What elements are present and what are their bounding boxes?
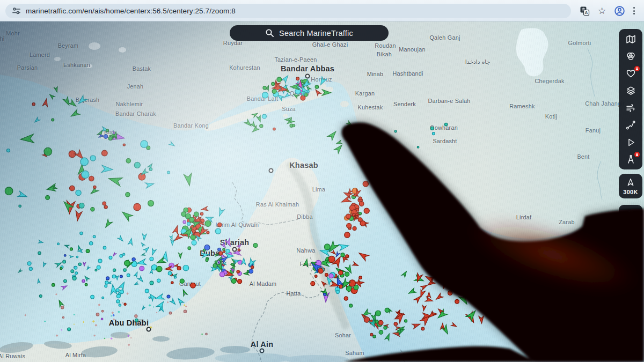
vessel-marker[interactable] [75,272,78,275]
vessel-marker[interactable] [76,256,78,258]
vessel-marker[interactable] [141,141,148,147]
vessel-marker[interactable] [218,248,221,251]
vessel-marker[interactable] [357,250,369,261]
vessel-marker[interactable] [52,283,55,286]
vessel-marker[interactable] [177,267,181,270]
vessel-marker[interactable] [183,265,189,271]
sidebar-tool-filters[interactable] [620,48,641,64]
vessel-marker[interactable] [86,267,90,270]
vessel-marker[interactable] [218,223,222,227]
vessel-marker[interactable] [116,294,120,298]
vessel-marker[interactable] [347,223,352,228]
menu-kebab-icon[interactable] [633,7,635,14]
vessel-count-panel[interactable]: 300K [619,174,642,198]
vessel-marker[interactable] [6,149,10,152]
vessel-marker[interactable] [251,266,253,269]
vessel-marker[interactable] [98,304,100,306]
vessel-marker[interactable] [345,272,349,276]
vessel-marker[interactable] [149,304,151,307]
vessel-marker[interactable] [111,315,112,317]
vessel-marker[interactable] [63,97,71,106]
vessel-marker[interactable] [118,311,120,313]
vessel-marker[interactable] [185,305,187,307]
vessel-marker[interactable] [231,279,236,284]
vessel-marker[interactable] [394,322,398,326]
sidebar-tool-layers[interactable] [620,83,641,99]
vessel-marker[interactable] [42,98,49,107]
vessel-marker[interactable] [149,297,151,299]
vessel-marker[interactable] [71,270,74,273]
vessel-marker[interactable] [141,253,145,256]
vessel-marker[interactable] [78,263,81,265]
vessel-marker[interactable] [57,243,60,245]
vessel-marker[interactable] [358,154,367,163]
vessel-marker[interactable] [19,205,21,207]
vessel-marker[interactable] [301,95,305,100]
vessel-marker[interactable] [18,269,22,273]
vessel-marker[interactable] [191,235,195,240]
vessel-marker[interactable] [18,191,28,199]
vessel-marker[interactable] [113,319,115,321]
vessel-marker[interactable] [292,124,295,127]
vessel-marker[interactable] [417,146,419,149]
vessel-marker[interactable] [74,314,75,315]
vessel-marker[interactable] [353,262,359,267]
vessel-marker[interactable] [349,280,355,286]
sidebar-tool-weather[interactable] [620,100,641,116]
vessel-marker[interactable] [79,203,84,208]
vessel-marker[interactable] [174,276,177,278]
vessel-marker[interactable] [375,320,378,323]
vessel-marker[interactable] [52,119,54,121]
vessel-marker[interactable] [135,315,137,317]
sidebar-tool-measure[interactable] [620,117,641,133]
vessel-marker[interactable] [77,245,81,250]
vessel-marker[interactable] [153,306,155,308]
vessel-marker[interactable] [145,181,155,188]
vessel-marker[interactable] [70,109,80,119]
vessel-marker[interactable] [149,168,152,171]
vessel-marker[interactable] [485,309,490,315]
vessel-marker[interactable] [231,263,234,266]
vessel-marker[interactable] [120,209,133,221]
vessel-marker[interactable] [364,208,369,213]
vessel-marker[interactable] [101,318,103,320]
vessel-marker[interactable] [141,324,142,326]
vessel-marker[interactable] [421,284,428,290]
vessel-marker[interactable] [238,249,240,251]
vessel-marker[interactable] [359,197,362,200]
vessel-marker[interactable] [38,252,41,254]
vessel-marker[interactable] [364,152,371,159]
vessel-marker[interactable] [39,240,43,244]
vessel-marker[interactable] [130,337,132,339]
vessel-marker[interactable] [455,299,459,304]
vessel-marker[interactable] [260,124,263,128]
vessel-marker[interactable] [42,262,46,267]
vessel-marker[interactable] [64,244,69,248]
vessel-marker[interactable] [219,252,223,255]
vessel-marker[interactable] [141,306,145,311]
vessel-marker[interactable] [101,165,113,173]
infinity-panel[interactable]: ∞ [619,205,642,219]
vessel-marker[interactable] [39,295,42,298]
vessel-marker[interactable] [238,279,242,284]
vessel-marker[interactable] [116,289,119,292]
vessel-marker[interactable] [126,292,128,294]
vessel-marker[interactable] [119,304,121,306]
vessel-marker[interactable] [373,335,376,338]
vessel-marker[interactable] [120,255,122,257]
vessel-marker[interactable] [339,270,343,275]
vessel-marker[interactable] [138,276,144,283]
vessel-marker[interactable] [37,279,40,283]
vessel-marker[interactable] [112,275,115,278]
vessel-marker[interactable] [284,93,290,99]
vessel-marker[interactable] [165,266,172,271]
vessel-marker[interactable] [183,220,186,224]
vessel-marker[interactable] [169,312,172,314]
vessel-marker[interactable] [74,211,82,221]
vessel-marker[interactable] [217,208,224,217]
vessel-marker[interactable] [49,93,55,99]
vessel-marker[interactable] [263,86,266,90]
vessel-marker[interactable] [118,236,124,242]
vessel-marker[interactable] [360,221,365,226]
vessel-marker[interactable] [245,120,253,128]
